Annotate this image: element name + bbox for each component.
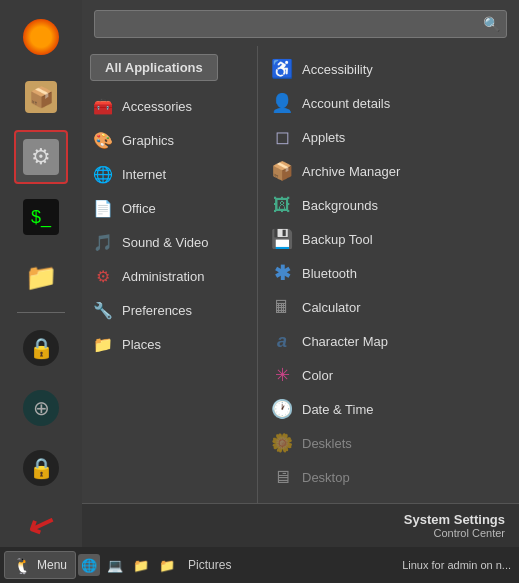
accessories-icon: 🧰: [92, 95, 114, 117]
color-icon: ✳: [270, 363, 294, 387]
app-item-accessibility[interactable]: ♿ Accessibility: [262, 52, 515, 86]
all-apps-button[interactable]: All Applications: [90, 54, 218, 81]
category-label-preferences: Preferences: [122, 303, 192, 318]
app-name-calculator: Calculator: [302, 300, 361, 315]
app-name-charmap: Character Map: [302, 334, 388, 349]
menu-label: Menu: [37, 558, 67, 572]
category-item-administration[interactable]: ⚙ Administration: [82, 259, 257, 293]
taskbar-right-label: Linux for admin on n...: [402, 559, 511, 571]
app-item-calculator[interactable]: 🖩 Calculator: [262, 290, 515, 324]
accessibility-icon: ♿: [270, 57, 294, 81]
sidebar-icon-lock1[interactable]: 🔒: [14, 321, 68, 375]
calculator-icon: 🖩: [270, 295, 294, 319]
category-item-preferences[interactable]: 🔧 Preferences: [82, 293, 257, 327]
app-item-backgrounds[interactable]: 🖼 Backgrounds: [262, 188, 515, 222]
app-item-desklets[interactable]: 🌼 Desklets: [262, 426, 515, 460]
sidebar-icon-files[interactable]: 📁: [14, 250, 68, 304]
places-icon: 📁: [92, 333, 114, 355]
app-item-datetime[interactable]: 🕐 Date & Time: [262, 392, 515, 426]
bluetooth-icon: ✱: [270, 261, 294, 285]
category-item-places[interactable]: 📁 Places: [82, 327, 257, 361]
category-item-accessories[interactable]: 🧰 Accessories: [82, 89, 257, 123]
app-name-account: Account details: [302, 96, 390, 111]
category-label-places: Places: [122, 337, 161, 352]
app-list: ♿ Accessibility 👤 Account details ◻ Appl…: [257, 46, 519, 503]
sidebar-divider: [17, 312, 65, 313]
menu-panel: 🔍 All Applications 🧰 Accessories 🎨 Graph…: [82, 0, 519, 547]
taskbar-icon-1[interactable]: 🌐: [78, 554, 100, 576]
info-bar-subtitle: Control Center: [404, 527, 505, 539]
taskbar-pictures-label: Pictures: [188, 558, 231, 572]
sidebar-icon-settings[interactable]: ⚙: [14, 130, 68, 184]
app-item-account[interactable]: 👤 Account details: [262, 86, 515, 120]
applets-icon: ◻: [270, 125, 294, 149]
backup-icon: 💾: [270, 227, 294, 251]
app-name-datetime: Date & Time: [302, 402, 374, 417]
sidebar-icon-lock3[interactable]: 🔒: [14, 441, 68, 495]
preferences-icon: 🔧: [92, 299, 114, 321]
app-item-color[interactable]: ✳ Color: [262, 358, 515, 392]
category-item-graphics[interactable]: 🎨 Graphics: [82, 123, 257, 157]
category-label-graphics: Graphics: [122, 133, 174, 148]
app-name-bluetooth: Bluetooth: [302, 266, 357, 281]
app-name-applets: Applets: [302, 130, 345, 145]
taskbar-icon-2[interactable]: 💻: [104, 554, 126, 576]
app-item-archive[interactable]: 📦 Archive Manager: [262, 154, 515, 188]
app-name-desklets: Desklets: [302, 436, 352, 451]
app-name-backgrounds: Backgrounds: [302, 198, 378, 213]
search-bar: 🔍: [82, 0, 519, 46]
menu-icon: 🐧: [13, 556, 33, 575]
app-item-bluetooth[interactable]: ✱ Bluetooth: [262, 256, 515, 290]
app-name-archive: Archive Manager: [302, 164, 400, 179]
info-bar: System Settings Control Center: [82, 503, 519, 547]
search-input[interactable]: [101, 13, 483, 35]
search-input-wrap[interactable]: 🔍: [94, 10, 507, 38]
graphics-icon: 🎨: [92, 129, 114, 151]
taskbar: 🐧 Menu 🌐 💻 📁 📁 Pictures Linux for admin …: [0, 547, 519, 583]
app-name-backup: Backup Tool: [302, 232, 373, 247]
taskbar-icon-4[interactable]: 📁: [156, 554, 178, 576]
app-item-charmap[interactable]: a Character Map: [262, 324, 515, 358]
sound-icon: 🎵: [92, 231, 114, 253]
app-name-accessibility: Accessibility: [302, 62, 373, 77]
app-item-backup[interactable]: 💾 Backup Tool: [262, 222, 515, 256]
info-bar-title: System Settings: [404, 512, 505, 527]
sidebar-icon-firefox[interactable]: [14, 10, 68, 64]
sidebar-icon-lock2[interactable]: ⊕: [14, 381, 68, 435]
account-icon: 👤: [270, 91, 294, 115]
category-list: All Applications 🧰 Accessories 🎨 Graphic…: [82, 46, 257, 503]
category-label-internet: Internet: [122, 167, 166, 182]
linux-label: Linux for admin on n...: [402, 559, 511, 571]
charmap-icon: a: [270, 329, 294, 353]
administration-icon: ⚙: [92, 265, 114, 287]
category-label-accessories: Accessories: [122, 99, 192, 114]
category-item-sound[interactable]: 🎵 Sound & Video: [82, 225, 257, 259]
backgrounds-icon: 🖼: [270, 193, 294, 217]
sidebar-icon-package[interactable]: 📦: [14, 70, 68, 124]
menu-content: All Applications 🧰 Accessories 🎨 Graphic…: [82, 46, 519, 503]
office-icon: 📄: [92, 197, 114, 219]
app-item-desktop[interactable]: 🖥 Desktop: [262, 460, 515, 494]
datetime-icon: 🕐: [270, 397, 294, 421]
taskbar-menu-button[interactable]: 🐧 Menu: [4, 551, 76, 579]
category-item-internet[interactable]: 🌐 Internet: [82, 157, 257, 191]
app-name-desktop: Desktop: [302, 470, 350, 485]
left-sidebar: 📦 ⚙ $_ 📁 🔒 ⊕ 🔒: [0, 0, 82, 547]
app-item-applets[interactable]: ◻ Applets: [262, 120, 515, 154]
category-label-sound: Sound & Video: [122, 235, 209, 250]
desklets-icon: 🌼: [270, 431, 294, 455]
app-name-color: Color: [302, 368, 333, 383]
category-label-office: Office: [122, 201, 156, 216]
internet-icon: 🌐: [92, 163, 114, 185]
search-icon: 🔍: [483, 16, 500, 32]
category-label-administration: Administration: [122, 269, 204, 284]
sidebar-icon-terminal[interactable]: $_: [14, 190, 68, 244]
archive-icon: 📦: [270, 159, 294, 183]
info-bar-text: System Settings Control Center: [404, 512, 505, 539]
category-item-office[interactable]: 📄 Office: [82, 191, 257, 225]
desktop-icon: 🖥: [270, 465, 294, 489]
taskbar-icon-3[interactable]: 📁: [130, 554, 152, 576]
